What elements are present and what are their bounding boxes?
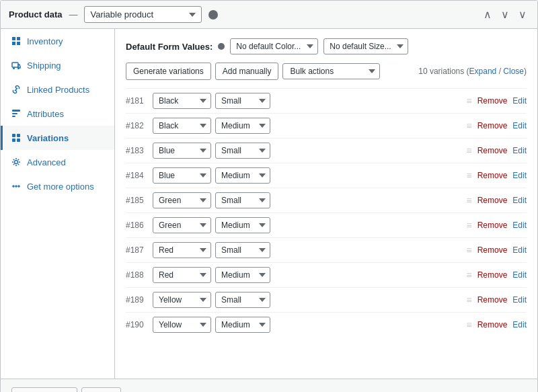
variation-color-select[interactable]: Any ColorBlackBlueGreenRedYellow: [153, 217, 211, 233]
svg-point-17: [13, 186, 14, 187]
panel-down-button[interactable]: ∨: [498, 8, 512, 22]
remove-variation-link[interactable]: Remove: [477, 96, 508, 106]
drag-handle-icon[interactable]: ≡: [466, 295, 471, 305]
svg-rect-3: [17, 42, 20, 45]
panel-close-button[interactable]: ∨: [516, 8, 529, 22]
edit-variation-link[interactable]: Edit: [512, 96, 527, 106]
expand-link[interactable]: Expand: [469, 67, 497, 76]
variation-color-select[interactable]: Any ColorBlackBlueGreenRedYellow: [153, 93, 211, 109]
drag-handle-icon[interactable]: ≡: [466, 245, 471, 256]
panel-up-button[interactable]: ∧: [481, 8, 494, 22]
variation-actions: ≡ Remove Edit: [466, 220, 527, 231]
sidebar-item-shipping[interactable]: Shipping: [1, 53, 114, 77]
variation-actions: ≡ Remove Edit: [466, 120, 527, 131]
edit-variation-link[interactable]: Edit: [512, 171, 527, 180]
size-default-select[interactable]: No default Size... Small Medium Large: [323, 38, 408, 54]
sidebar-item-shipping-label: Shipping: [27, 61, 61, 71]
product-type-select[interactable]: Variable product Simple product Grouped …: [84, 6, 202, 23]
remove-variation-link[interactable]: Remove: [477, 146, 508, 155]
sidebar-item-linked-products[interactable]: Linked Products: [1, 77, 114, 102]
sidebar-item-attributes[interactable]: Attributes: [1, 102, 114, 126]
drag-handle-icon[interactable]: ≡: [466, 120, 471, 131]
edit-variation-link[interactable]: Edit: [512, 270, 527, 280]
table-row: #186 Any ColorBlackBlueGreenRedYellow An…: [126, 212, 527, 237]
variation-selects: Any ColorBlackBlueGreenRedYellow Any Siz…: [153, 118, 466, 134]
variation-size-select[interactable]: Any SizeSmallMediumLarge: [215, 167, 270, 184]
variation-color-select[interactable]: Any ColorBlackBlueGreenRedYellow: [153, 317, 211, 333]
sidebar-item-advanced[interactable]: Advanced: [1, 150, 114, 174]
sidebar-item-linked-products-label: Linked Products: [27, 85, 89, 95]
panel-dash: —: [69, 9, 77, 19]
edit-variation-link[interactable]: Edit: [512, 320, 527, 329]
variation-selects: Any ColorBlackBlueGreenRedYellow Any Siz…: [153, 192, 466, 208]
remove-variation-link[interactable]: Remove: [477, 295, 508, 305]
variation-id: #184: [126, 171, 153, 180]
add-manually-button[interactable]: Add manually: [215, 63, 279, 80]
remove-variation-link[interactable]: Remove: [477, 196, 508, 205]
table-row: #189 Any ColorBlackBlueGreenRedYellow An…: [126, 287, 527, 312]
variation-size-select[interactable]: Any SizeSmallMediumLarge: [215, 217, 270, 233]
variation-actions: ≡ Remove Edit: [466, 319, 527, 330]
variation-size-select[interactable]: Any SizeSmallMediumLarge: [215, 93, 270, 109]
sidebar-item-inventory[interactable]: Inventory: [1, 29, 114, 53]
variation-selects: Any ColorBlackBlueGreenRedYellow Any Siz…: [153, 317, 466, 333]
variation-size-select[interactable]: Any SizeSmallMediumLarge: [215, 192, 270, 208]
variation-color-select[interactable]: Any ColorBlackBlueGreenRedYellow: [153, 242, 211, 258]
table-row: #183 Any ColorBlackBlueGreenRedYellow An…: [126, 138, 527, 163]
variation-color-select[interactable]: Any ColorBlackBlueGreenRedYellow: [153, 167, 211, 184]
variation-size-select[interactable]: Any SizeSmallMediumLarge: [215, 317, 270, 333]
variation-size-select[interactable]: Any SizeSmallMediumLarge: [215, 143, 270, 159]
variation-color-select[interactable]: Any ColorBlackBlueGreenRedYellow: [153, 267, 211, 283]
variation-color-select[interactable]: Any ColorBlackBlueGreenRedYellow: [153, 192, 211, 208]
remove-variation-link[interactable]: Remove: [477, 221, 508, 230]
sidebar-item-get-more-options[interactable]: Get more options: [1, 174, 114, 198]
drag-handle-icon[interactable]: ≡: [466, 220, 471, 231]
variation-color-select[interactable]: Any ColorBlackBlueGreenRedYellow: [153, 118, 211, 134]
variation-id: #182: [126, 121, 153, 130]
variation-selects: Any ColorBlackBlueGreenRedYellow Any Siz…: [153, 267, 466, 283]
drag-handle-icon[interactable]: ≡: [466, 270, 471, 280]
remove-variation-link[interactable]: Remove: [477, 270, 508, 280]
sidebar-item-attributes-label: Attributes: [27, 109, 64, 119]
edit-variation-link[interactable]: Edit: [512, 295, 527, 305]
save-changes-button[interactable]: Save changes: [11, 387, 77, 392]
edit-variation-link[interactable]: Edit: [512, 121, 527, 130]
cancel-button[interactable]: Cancel: [81, 387, 121, 392]
variation-size-select[interactable]: Any SizeSmallMediumLarge: [215, 267, 270, 283]
sidebar-item-variations[interactable]: Variations: [1, 126, 114, 150]
edit-variation-link[interactable]: Edit: [512, 245, 527, 255]
svg-rect-11: [17, 134, 20, 137]
drag-handle-icon[interactable]: ≡: [466, 95, 471, 106]
variation-size-select[interactable]: Any SizeSmallMediumLarge: [215, 118, 270, 134]
drag-handle-icon[interactable]: ≡: [466, 195, 471, 206]
drag-handle-icon[interactable]: ≡: [466, 145, 471, 156]
drag-handle-icon[interactable]: ≡: [466, 170, 471, 181]
bulk-actions-select[interactable]: Bulk actions Delete all variations Set r…: [282, 63, 380, 79]
variation-color-select[interactable]: Any ColorBlackBlueGreenRedYellow: [153, 143, 211, 159]
remove-variation-link[interactable]: Remove: [477, 121, 508, 130]
inventory-icon: [11, 36, 22, 46]
drag-handle-icon[interactable]: ≡: [466, 319, 471, 330]
variation-color-select[interactable]: Any ColorBlackBlueGreenRedYellow: [153, 292, 211, 308]
remove-variation-link[interactable]: Remove: [477, 320, 508, 329]
sidebar: Inventory Shipping Linked Products Attri…: [1, 29, 115, 379]
svg-rect-10: [12, 134, 15, 137]
remove-variation-link[interactable]: Remove: [477, 245, 508, 255]
generate-variations-button[interactable]: Generate variations: [126, 63, 211, 80]
svg-rect-9: [12, 116, 15, 117]
variations-count: 10 variations (Expand / Close): [418, 67, 527, 76]
remove-variation-link[interactable]: Remove: [477, 171, 508, 180]
variation-size-select[interactable]: Any SizeSmallMediumLarge: [215, 292, 270, 308]
panel-header-left: Product data — Variable product Simple p…: [9, 6, 218, 23]
svg-rect-2: [12, 42, 15, 45]
panel-body: Inventory Shipping Linked Products Attri…: [1, 29, 537, 379]
color-default-select[interactable]: No default Color... Black Blue Green Red…: [230, 38, 318, 54]
close-link[interactable]: Close: [503, 67, 524, 76]
edit-variation-link[interactable]: Edit: [512, 221, 527, 230]
variation-size-select[interactable]: Any SizeSmallMediumLarge: [215, 242, 270, 258]
edit-variation-link[interactable]: Edit: [512, 196, 527, 205]
default-form-row: Default Form Values: No default Color...…: [126, 38, 527, 54]
svg-point-5: [13, 67, 15, 69]
variation-id: #186: [126, 221, 153, 230]
edit-variation-link[interactable]: Edit: [512, 146, 527, 155]
